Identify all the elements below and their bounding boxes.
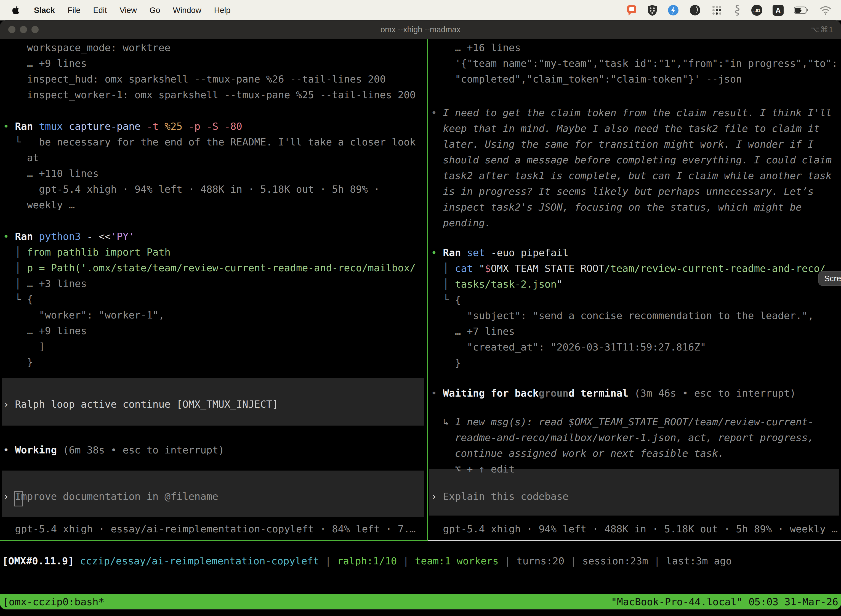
terminal-line: inspect_hud: omx sparkshell --tmux-pane … [3,71,386,87]
terminal-content: workspace_mode: worktree … +9 lines insp… [0,39,841,609]
terminal-line: at [3,150,39,166]
title-bar: omx --xhigh --madmax ⌥⌘1 [0,21,841,39]
dark-disc-icon[interactable] [689,4,701,16]
menu-status-icons: ..61 A [626,4,834,16]
terminal-line: └ { [3,292,33,307]
dots-grid-icon[interactable] [711,4,722,16]
mailbox-msg-line: ↳ 1 new msg(s): read $OMX_TEAM_STATE_ROO… [431,414,814,430]
window-title: omx --xhigh --madmax [0,25,841,34]
command-line: • Ran python3 - <<'PY' [3,229,135,244]
tmux-status-bar: [omx-cczip0:bash* "MacBook-Pro-44.local"… [0,594,841,609]
battery-icon[interactable] [794,6,809,14]
command-line: • Ran tmux capture-pane -t %25 -p -S -80 [3,119,242,134]
terminal-line: │ cat "$OMX_TEAM_STATE_ROOT/team/review-… [431,261,826,276]
left-prompt-input[interactable]: › Improve documentation in @filename [3,488,218,504]
terminal-line: workspace_mode: worktree [3,40,170,56]
menu-bar: Slack File Edit View Go Window Help [0,0,841,21]
count-badge-icon[interactable]: ..61 [751,5,762,16]
right-pane-border [428,540,841,541]
menu-item-window[interactable]: Window [173,6,201,15]
waiting-status-line: • Waiting for background terminal (3m 46… [431,385,796,401]
terminal-line: │ from pathlib import Path [3,244,170,260]
terminal-line: "created_at": "2026-03-31T11:59:27.816Z" [431,339,706,355]
wifi-icon[interactable] [819,6,832,15]
apple-menu-icon[interactable] [12,5,21,16]
terminal-line: "subject": "send a concise recommendatio… [431,308,814,323]
thinking-line: should send a message before completing … [431,152,832,168]
thinking-line: keep that in mind. Maybe I also need the… [431,120,820,136]
mailbox-msg-line: continue assigned work or next feasible … [431,446,724,461]
terminal-line: '{"team_name":"my-team","task_id":"1","f… [431,56,838,71]
thinking-line: pending. [431,215,491,231]
thinking-line: inspect task2's JSON, focusing on the st… [431,199,802,215]
working-status-line: • Working (6m 38s • esc to interrupt) [3,442,224,458]
omx-hud-status-line: [OMX#0.11.9] cczip/essay/ai-reimplementa… [2,553,732,569]
right-model-status: gpt-5.4 xhigh · 94% left · 488K in · 5.1… [431,521,838,537]
thinking-line: is in progress? It seems likely but perh… [431,183,814,199]
coil-icon[interactable] [733,4,741,16]
terminal-line: │ p = Path('.omx/state/team/review-curre… [3,260,416,276]
terminal-line: gpt-5.4 xhigh · 94% left · 488K in · 5.1… [3,181,379,197]
input-source-icon[interactable]: A [772,5,784,16]
edit-hint-line: ⌥ + ↑ edit [431,461,514,477]
terminal-line: inspect_worker-1: omx sparkshell --tmux-… [3,87,416,103]
terminal-line: … +110 lines [3,166,99,181]
tmux-host-clock: "MacBook-Pro-44.local" 05:03 31-Mar-26 [611,594,838,609]
window-shortcut: ⌥⌘1 [810,25,834,34]
menu-item-go[interactable]: Go [149,6,160,15]
terminal-line: … +9 lines [3,323,86,339]
thinking-line: • I need to get the claim token from the… [431,105,832,120]
chat-app-icon[interactable] [626,4,637,16]
mailbox-msg-line: readme-and-reco/mailbox/worker-1.json, a… [431,430,814,446]
stamp-icon[interactable] [667,4,679,16]
left-pane-border [0,540,427,541]
app-menu-slack[interactable]: Slack [34,6,55,15]
terminal-window: omx --xhigh --madmax ⌥⌘1 workspace_mode:… [0,21,841,609]
terminal-line: ] [3,339,45,354]
ralph-status-line: › Ralph loop active continue [OMX_TMUX_I… [3,396,278,412]
pane-divider[interactable] [427,39,428,541]
terminal-line: } [431,355,461,371]
terminal-line: } [3,354,33,370]
terminal-line: └ be necessary for the end of the README… [3,134,416,150]
menu-item-file[interactable]: File [67,6,81,15]
shield-grid-icon[interactable] [647,4,657,16]
terminal-line: … +7 lines [431,323,514,339]
thinking-line: later. Using the same for transition mig… [431,136,814,152]
thinking-line: task2 after task1 is complete, but can I… [431,168,832,183]
terminal-line: weekly … [3,197,75,213]
command-line: • Ran set -euo pipefail [431,245,568,261]
tmux-session-label[interactable]: [omx-cczip0:bash* [3,594,104,609]
menu-item-view[interactable]: View [120,6,137,15]
terminal-line: "worker": "worker-1", [3,307,164,323]
terminal-line: └ { [431,292,461,308]
terminal-line: … +16 lines [431,40,521,56]
terminal-line: "completed","claim_token":"claim-token"}… [431,71,742,87]
screen-tooltip[interactable]: Scre [818,271,841,286]
terminal-line: … +9 lines [3,56,86,71]
terminal-line: │ … +3 lines [3,276,86,292]
right-prompt-input[interactable]: › Explain this codebase [431,488,568,504]
menu-item-help[interactable]: Help [214,6,231,15]
menu-item-edit[interactable]: Edit [93,6,107,15]
left-model-status: gpt-5.4 xhigh · essay/ai-reimplementatio… [3,521,416,537]
terminal-line: │ tasks/task-2.json" [431,276,563,292]
